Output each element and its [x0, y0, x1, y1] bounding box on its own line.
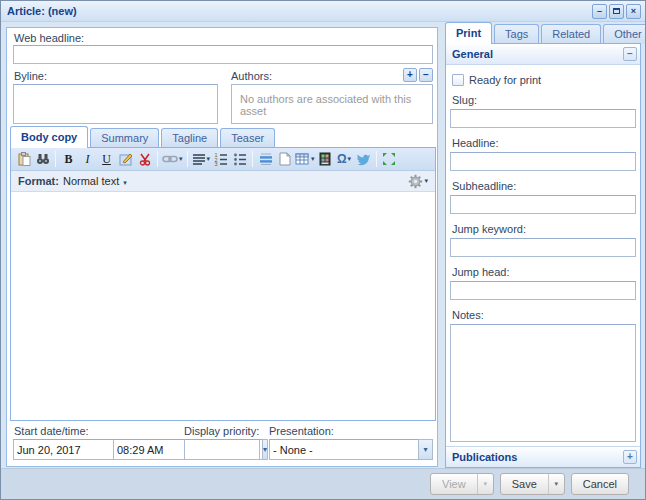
presentation-field: ▾ [269, 439, 433, 460]
headline-input[interactable] [450, 152, 636, 171]
presentation-label: Presentation: [269, 425, 334, 437]
notes-input[interactable] [450, 324, 636, 442]
time-dropdown-trigger[interactable]: ▾ [262, 439, 268, 460]
ready-for-print-row: Ready for print [452, 74, 636, 86]
byline-label: Byline: [14, 70, 47, 82]
tab-body-copy[interactable]: Body copy [10, 126, 88, 148]
editor-settings-button[interactable]: ▾ [408, 174, 428, 189]
paste-button[interactable] [14, 150, 33, 169]
tab-other[interactable]: Other [603, 24, 646, 44]
presentation-dropdown-trigger[interactable]: ▾ [418, 439, 433, 460]
headline-field: Headline: [450, 137, 636, 171]
find-button[interactable] [33, 150, 52, 169]
page-break-icon [278, 152, 292, 166]
table-dropdown-arrow: ▾ [311, 155, 315, 163]
add-author-button[interactable]: + [403, 68, 417, 82]
format-dropdown-arrow: ▾ [123, 179, 127, 186]
tab-teaser[interactable]: Teaser [220, 128, 275, 148]
window-title: Article: (new) [7, 5, 77, 17]
close-button[interactable]: × [626, 4, 641, 19]
minimize-icon: – [597, 6, 602, 16]
table-button[interactable]: ▾ [294, 150, 316, 169]
minus-icon: − [423, 69, 429, 80]
general-section-body: Ready for print Slug: Headline: Subheadl… [446, 65, 640, 446]
gear-icon [408, 174, 423, 189]
ordered-list-button[interactable]: 123 [211, 150, 230, 169]
toolbar-separator [252, 151, 253, 167]
unordered-list-button[interactable] [230, 150, 249, 169]
editor-settings-dropdown-arrow: ▾ [424, 177, 428, 185]
subheadline-label: Subheadline: [452, 180, 636, 192]
fullscreen-button[interactable] [380, 150, 399, 169]
media-icon [319, 152, 331, 166]
table-icon [295, 152, 310, 166]
twitter-button[interactable] [354, 150, 373, 169]
editor-tabstrip: Body copy Summary Tagline Teaser [10, 126, 275, 148]
article-form-panel: Web headline: Byline: Authors: + − No au… [6, 27, 438, 467]
presentation-select[interactable] [269, 439, 418, 460]
slug-input[interactable] [450, 109, 636, 128]
minimize-button[interactable]: – [592, 4, 607, 19]
collapse-general-button[interactable]: − [623, 47, 637, 61]
divider-icon [259, 152, 273, 166]
alignment-dropdown-arrow: ▾ [207, 155, 211, 163]
italic-button[interactable]: I [78, 150, 97, 169]
special-character-dropdown-arrow: ▾ [348, 155, 352, 163]
notes-field: Notes: [450, 309, 636, 444]
maximize-icon [613, 8, 620, 14]
plus-icon: + [407, 69, 413, 80]
authors-box: No authors are associated with this asse… [231, 84, 433, 124]
ready-for-print-label: Ready for print [469, 74, 541, 86]
jump-keyword-input[interactable] [450, 238, 636, 257]
editor-toolbar: B I U ▾ ▾ 1 [11, 148, 435, 171]
ordered-list-icon: 123 [214, 152, 228, 166]
view-dropdown-arrow[interactable]: ▾ [477, 474, 493, 494]
start-time-field: ▾ [113, 439, 177, 460]
display-priority-label: Display priority: [184, 425, 259, 437]
underline-button[interactable]: U [97, 150, 116, 169]
maximize-button[interactable] [609, 4, 624, 19]
toolbar-separator [157, 151, 158, 167]
link-button[interactable]: ▾ [161, 150, 184, 169]
bold-button[interactable]: B [59, 150, 78, 169]
tab-summary[interactable]: Summary [90, 128, 159, 148]
display-priority-input[interactable] [184, 439, 260, 460]
body-copy-editor-panel: B I U ▾ ▾ 1 [10, 147, 436, 421]
jump-head-field: Jump head: [450, 266, 636, 300]
subheadline-input[interactable] [450, 195, 636, 214]
media-button[interactable] [316, 150, 335, 169]
ready-for-print-checkbox[interactable] [452, 74, 464, 86]
save-button[interactable]: Save ▾ [500, 473, 565, 495]
cut-button[interactable] [135, 150, 154, 169]
cut-icon [138, 152, 152, 166]
tab-print[interactable]: Print [445, 22, 492, 44]
general-section-header: General − [446, 44, 640, 65]
cancel-button[interactable]: Cancel [571, 473, 629, 495]
divider-button[interactable] [256, 150, 275, 169]
annotate-button[interactable] [116, 150, 135, 169]
fullscreen-icon [382, 152, 396, 166]
toolbar-separator [376, 151, 377, 167]
save-dropdown-arrow[interactable]: ▾ [548, 474, 564, 494]
slug-label: Slug: [452, 94, 636, 106]
jump-head-input[interactable] [450, 281, 636, 300]
alignment-button[interactable]: ▾ [191, 150, 212, 169]
format-select[interactable]: Normal text ▾ [63, 175, 127, 187]
remove-author-button[interactable]: − [419, 68, 433, 82]
tab-tags[interactable]: Tags [494, 24, 539, 44]
authors-empty-text: No authors are associated with this asse… [240, 93, 411, 117]
body-copy-text-area[interactable] [11, 192, 435, 419]
special-character-button[interactable]: Ω ▾ [335, 150, 354, 169]
web-headline-input[interactable] [13, 45, 433, 64]
notes-label: Notes: [452, 309, 636, 321]
link-icon [162, 152, 178, 166]
format-label: Format: [18, 175, 59, 187]
annotate-icon [119, 152, 133, 166]
tab-related[interactable]: Related [541, 24, 601, 44]
expand-publications-button[interactable]: + [623, 450, 637, 464]
toolbar-separator [55, 151, 56, 167]
tab-tagline[interactable]: Tagline [161, 128, 218, 148]
byline-input[interactable] [13, 84, 218, 124]
view-button[interactable]: View ▾ [430, 473, 494, 495]
page-break-button[interactable] [275, 150, 294, 169]
